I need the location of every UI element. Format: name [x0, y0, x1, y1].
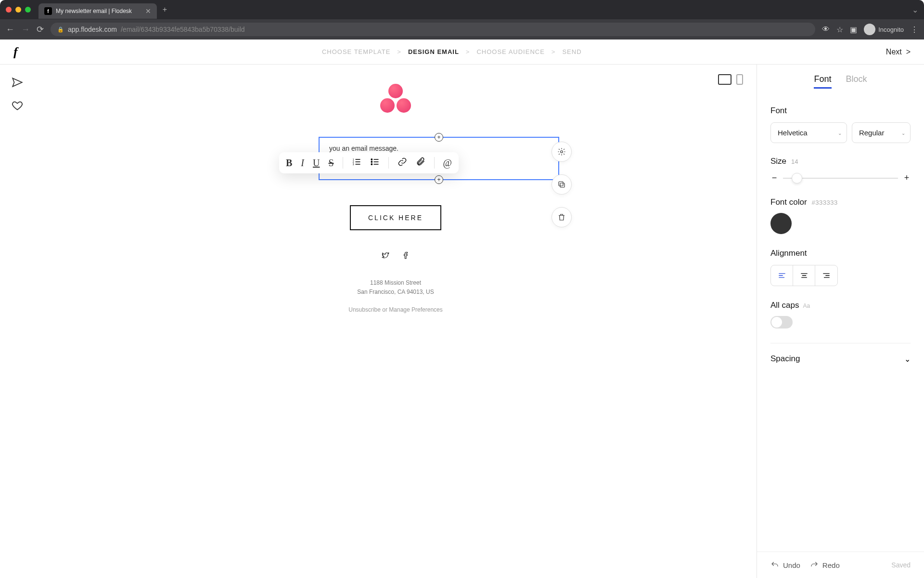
new-tab-button[interactable]: +: [163, 5, 167, 14]
align-left-button[interactable]: [771, 265, 793, 286]
svg-rect-10: [559, 182, 563, 186]
footer-links: Unsubscribe or Manage Preferences: [222, 306, 569, 313]
size-value: 14: [791, 158, 798, 165]
svg-text:3: 3: [352, 163, 354, 166]
menu-icon[interactable]: ⋮: [911, 25, 918, 34]
redo-button[interactable]: Redo: [810, 561, 840, 569]
align-center-button[interactable]: [793, 265, 815, 286]
svg-point-6: [371, 161, 372, 163]
tab-font[interactable]: Font: [814, 74, 831, 89]
extensions-icon[interactable]: ▣: [850, 25, 857, 34]
add-block-above-icon[interactable]: +: [435, 133, 443, 142]
font-section-label: Font: [770, 106, 911, 116]
bold-button[interactable]: B: [286, 158, 292, 169]
favorite-icon[interactable]: [11, 99, 24, 114]
separator: [388, 157, 389, 169]
allcaps-toggle[interactable]: [770, 316, 793, 328]
alignment-label: Alignment: [770, 249, 911, 258]
breadcrumb-step-audience[interactable]: CHOOSE AUDIENCE: [476, 48, 544, 55]
text-format-toolbar: B I U S 123 @: [279, 152, 459, 173]
block-tools: [552, 142, 572, 227]
social-links: [222, 251, 569, 261]
manage-preferences-link[interactable]: Manage Preferences: [389, 306, 442, 313]
left-toolbar: [0, 65, 35, 578]
tab-block[interactable]: Block: [846, 74, 867, 89]
cta-button[interactable]: CLICK HERE: [350, 205, 441, 230]
forward-button[interactable]: →: [21, 25, 30, 35]
mention-button[interactable]: @: [443, 158, 452, 169]
strikethrough-button[interactable]: S: [328, 158, 334, 169]
breadcrumb-step-template[interactable]: CHOOSE TEMPLATE: [322, 48, 390, 55]
chevron-right-icon: >: [397, 48, 401, 55]
send-preview-icon[interactable]: [11, 76, 24, 91]
chevron-down-icon: ⌄: [901, 130, 905, 135]
minimize-window-icon[interactable]: [15, 7, 21, 13]
size-slider[interactable]: [783, 178, 898, 179]
tab-title: My newsletter email | Flodesk: [56, 8, 132, 14]
undo-button[interactable]: Undo: [770, 561, 800, 569]
link-button[interactable]: [398, 157, 407, 169]
close-tab-icon[interactable]: ✕: [145, 7, 151, 15]
back-button[interactable]: ←: [6, 25, 14, 35]
desktop-preview-icon[interactable]: [718, 74, 732, 85]
star-icon[interactable]: ☆: [836, 25, 843, 34]
next-button[interactable]: Next >: [886, 48, 911, 56]
facebook-icon[interactable]: [402, 251, 410, 261]
svg-point-7: [371, 164, 372, 165]
ordered-list-button[interactable]: 123: [352, 157, 361, 169]
align-right-button[interactable]: [815, 265, 837, 286]
profile-label: Incognito: [878, 26, 904, 33]
font-weight-select[interactable]: Regular ⌄: [852, 122, 911, 143]
mobile-preview-icon[interactable]: [736, 74, 743, 85]
text-line[interactable]: you an email message.: [329, 144, 549, 152]
separator: [434, 157, 435, 169]
close-window-icon[interactable]: [6, 7, 12, 13]
canvas: B I U S 123 @ + you an email message.: [35, 65, 757, 578]
add-block-below-icon[interactable]: +: [435, 175, 443, 184]
breadcrumb-step-send[interactable]: SEND: [562, 48, 581, 55]
chevron-down-icon: ⌄: [904, 355, 911, 364]
url-path: /email/6343b9334fe5843ba5b70338/build: [121, 26, 245, 33]
unsubscribe-link[interactable]: Unsubscribe: [348, 306, 381, 313]
sidebar-footer: Undo Redo Saved: [757, 552, 924, 578]
app-header: f CHOOSE TEMPLATE > DESIGN EMAIL > CHOOS…: [0, 39, 924, 65]
chevron-right-icon: >: [552, 48, 556, 55]
breadcrumb-step-design[interactable]: DESIGN EMAIL: [408, 48, 459, 55]
font-color-hex: #333333: [812, 199, 838, 206]
decrease-size-button[interactable]: −: [770, 173, 778, 183]
browser-titlebar: f My newsletter email | Flodesk ✕ + ⌄: [0, 0, 924, 19]
reload-button[interactable]: ⟳: [37, 24, 44, 35]
allcaps-label: All caps: [770, 301, 799, 310]
slider-thumb[interactable]: [792, 173, 802, 184]
attachment-button[interactable]: [416, 157, 425, 169]
eye-off-icon[interactable]: 👁: [822, 25, 830, 34]
twitter-icon[interactable]: [382, 251, 389, 261]
preview-toggle: [718, 74, 743, 85]
browser-tab[interactable]: f My newsletter email | Flodesk ✕: [38, 3, 157, 19]
increase-size-button[interactable]: +: [903, 173, 911, 183]
footer-address: 1188 Mission Street San Francisco, CA 94…: [222, 278, 569, 297]
address-bar: ← → ⟳ 🔒 app.flodesk.com/email/6343b9334f…: [0, 19, 924, 39]
italic-button[interactable]: I: [301, 158, 304, 169]
chevron-right-icon: >: [466, 48, 470, 55]
chevron-down-icon[interactable]: ⌄: [912, 5, 918, 14]
bullet-list-button[interactable]: [370, 157, 380, 169]
alignment-group: [770, 265, 838, 286]
duplicate-block-icon[interactable]: [552, 174, 572, 195]
app-logo[interactable]: f: [13, 45, 18, 59]
svg-point-5: [371, 159, 372, 160]
chevron-down-icon: ⌄: [838, 130, 842, 135]
separator: [343, 157, 343, 169]
email-logo[interactable]: [380, 84, 411, 113]
spacing-section[interactable]: Spacing ⌄: [770, 343, 911, 364]
profile-button[interactable]: Incognito: [864, 24, 904, 35]
url-input[interactable]: 🔒 app.flodesk.com/email/6343b9334fe5843b…: [51, 23, 815, 36]
color-swatch[interactable]: [770, 213, 792, 234]
font-color-label: Font color: [770, 197, 807, 207]
underline-button[interactable]: U: [313, 158, 320, 169]
maximize-window-icon[interactable]: [25, 7, 31, 13]
font-family-select[interactable]: Helvetica ⌄: [770, 122, 847, 143]
svg-point-8: [561, 151, 563, 153]
delete-block-icon[interactable]: [552, 207, 572, 227]
block-settings-icon[interactable]: [552, 142, 572, 162]
